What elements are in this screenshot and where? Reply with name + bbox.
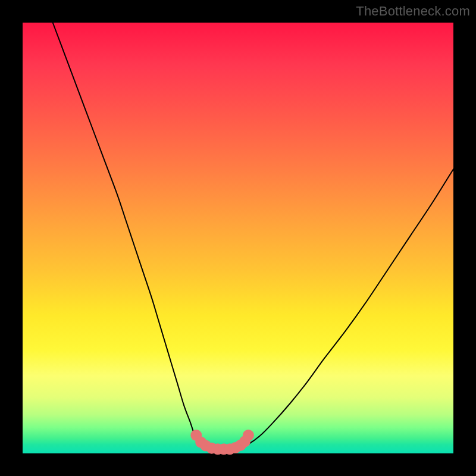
bottom-cluster-markers xyxy=(190,430,254,455)
bottleneck-curve xyxy=(53,23,453,449)
chart-svg xyxy=(23,23,453,453)
chart-plot-area xyxy=(23,23,453,453)
cluster-marker xyxy=(243,430,254,441)
watermark-text: TheBottleneck.com xyxy=(356,4,470,19)
chart-stage: TheBottleneck.com xyxy=(0,0,476,476)
